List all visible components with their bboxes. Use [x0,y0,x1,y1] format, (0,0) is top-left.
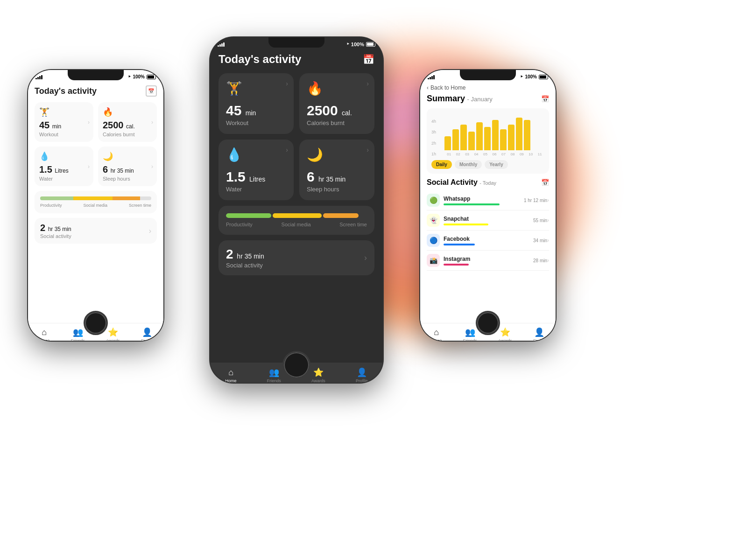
chart-bars-wrapper: 0102030405060708091011 [444,113,544,156]
back-label: Back to Home [430,84,465,91]
social-app-bar-0 [444,203,500,205]
y-label-1h: 1h [431,152,443,156]
social-app-time-2: 34 min [533,238,547,243]
social-info-center: 2 hr 35 min Social activity [226,247,264,269]
x-label-11: 11 [538,152,542,156]
workout-card-center[interactable]: › 🏋️ 45 min Workout [218,73,294,134]
awards-label-center: Awards [311,378,325,383]
signal-right [428,75,435,79]
y-label-4h: 4h [431,119,443,124]
home-button-center[interactable] [282,351,310,379]
nav-home-center[interactable]: ⌂ Home [226,368,237,383]
social-card-left[interactable]: 2 hr 35 min Social activity › [35,218,157,244]
home-button-right[interactable] [476,311,500,335]
social-app-item-3[interactable]: 📸 Instagram 28 min › [427,251,549,271]
summary-title-area: Summary - January [427,94,493,104]
pr-summary-header: Summary - January 📅 [427,94,549,104]
nav-friends-center[interactable]: 👥 Friends [267,367,281,383]
progress-bar-center [226,213,367,218]
y-label-2h: 2h [431,141,443,146]
calendar-icon-right[interactable]: 📅 [541,95,549,103]
tab-daily[interactable]: Daily [431,160,452,169]
social-app-item-1[interactable]: 👻 Snapchat 55 min › [427,210,549,231]
x-label-4: 04 [474,152,479,156]
speaker-grille-center [282,44,310,46]
nav-awards-center[interactable]: ⭐ Awards [311,367,325,383]
chart-y-labels: 1h 2h 3h 4h [431,119,443,156]
nav-friends-right[interactable]: 👥 Friends [463,327,477,341]
chart-area: 1h 2h 3h 4h 0102030405060708091011 [431,113,544,156]
workout-value-center: 45 min [226,104,286,118]
camera-left [117,76,120,79]
home-icon-right: ⌂ [434,328,439,337]
label-screen-center: Screen time [339,222,367,227]
social-app-info-3: Instagram [444,256,533,266]
home-label-left: Home [39,338,50,341]
calendar-icon-social[interactable]: 📅 [541,179,549,186]
progress-bar-left [40,196,151,200]
phone-left: 9:41 AM ‣ 100% Today's activity 📅 🏋️ [28,70,163,341]
social-app-chevron-3: › [547,257,549,264]
social-label-center: Social activity [226,262,264,269]
sleep-value-center: 6 hr 35 min [307,170,367,184]
workout-card-left[interactable]: 🏋️ 45 min Workout › [35,102,93,142]
calendar-icon-center[interactable]: 📅 [363,54,374,65]
social-app-item-2[interactable]: 🔵 Facebook 34 min › [427,231,549,251]
social-app-name-2: Facebook [444,236,533,242]
calories-card-left[interactable]: 🔥 2500 cal. Calories burnt › [98,102,157,142]
profile-icon-left: 👤 [142,327,152,337]
nav-home-left[interactable]: ⌂ Home [39,328,50,341]
battery-center: 100% [351,42,364,47]
bar-2 [452,129,459,150]
sleep-card-center[interactable]: › 🌙 6 hr 35 min Sleep hours [299,140,374,200]
profile-icon-center: 👤 [357,367,367,378]
calories-value-center: 2500 cal. [307,104,367,118]
nav-awards-right[interactable]: ⭐ Awards [498,327,512,341]
calories-icon-center: 🔥 [307,81,367,96]
nav-friends-left[interactable]: 👥 Friends [71,327,85,341]
social-app-bar-1 [444,224,488,225]
nav-profile-right[interactable]: 👤 Profile [533,327,545,341]
pc-title: Today's activity [218,53,301,66]
awards-icon-center: ⭐ [313,367,324,378]
water-card-left[interactable]: 💧 1.5 Litres Water › [35,147,93,186]
nav-profile-center[interactable]: 👤 Profile [356,367,368,383]
pr-back[interactable]: ‹ Back to Home [427,82,549,94]
water-label-left: Water [39,176,89,182]
awards-icon-right: ⭐ [500,327,510,337]
workout-chevron-center: › [286,80,288,87]
calories-card-center[interactable]: › 🔥 2500 cal. Calories burnt [299,73,374,134]
home-label-center: Home [226,378,237,383]
awards-icon-left: ⭐ [108,327,118,337]
phone-right-content: ‹ Back to Home Summary - January 📅 1h [420,82,556,341]
back-arrow: ‹ [427,84,429,91]
social-app-icon-2: 🔵 [427,234,440,247]
social-app-bar-2 [444,244,475,245]
social-app-item-0[interactable]: 🟢 Whatsapp 1 hr 12 min › [427,190,549,210]
nav-home-right[interactable]: ⌂ Home [431,328,442,341]
bar-5 [476,122,483,150]
status-icons-left: ‣ 100% [128,74,156,80]
social-card-center[interactable]: 2 hr 35 min Social activity › [218,240,374,275]
workout-value-left: 45 min [39,120,89,131]
pc-header: Today's activity 📅 [218,49,374,73]
nav-profile-left[interactable]: 👤 Profile [141,327,153,341]
nav-awards-left[interactable]: ⭐ Awards [106,327,120,341]
tab-yearly[interactable]: Yearly [485,160,507,169]
water-card-center[interactable]: › 💧 1.5 Litres Water [218,140,294,200]
camera-center [317,43,321,47]
x-label-8: 08 [510,152,514,156]
social-info-left: 2 hr 35 min Social activity [40,223,71,239]
calories-value-left: 2500 cal. [103,120,152,131]
home-button-left[interactable] [84,311,108,335]
tab-monthly[interactable]: Monthly [455,160,482,169]
x-label-5: 05 [483,152,487,156]
prog-social-left [73,196,112,200]
calendar-icon-left[interactable]: 📅 [146,85,157,97]
label-productivity-center: Productivity [226,222,253,227]
bluetooth-center: ‣ [346,41,349,47]
social-app-time-3: 28 min [533,258,547,263]
sleep-card-left[interactable]: 🌙 6 hr 35 min Sleep hours › [98,147,157,186]
bar-10 [516,118,522,150]
social-label-left: Social activity [40,233,71,239]
